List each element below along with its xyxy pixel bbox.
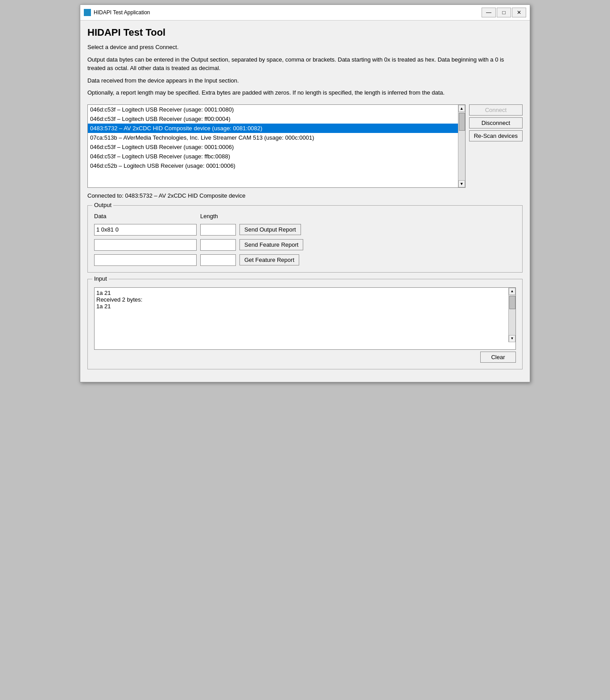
input-scroll-thumb[interactable]	[509, 296, 515, 309]
input-scroll-down[interactable]: ▼	[509, 335, 515, 342]
output-grid: Data Length Send Output Report Send Feat…	[94, 213, 516, 266]
input-scroll-up[interactable]: ▲	[509, 288, 515, 295]
description-4: Optionally, a report length may be speci…	[87, 88, 523, 97]
device-list: 046d:c53f – Logitech USB Receiver (usage…	[88, 105, 458, 187]
list-scroll-track	[458, 112, 465, 180]
output-group-label: Output	[92, 202, 113, 208]
output-data-input-2[interactable]	[94, 239, 197, 251]
list-scroll-up[interactable]: ▲	[458, 105, 465, 112]
data-column-label: Data	[94, 213, 197, 220]
device-list-item[interactable]: 046d:c53f – Logitech USB Receiver (usage…	[88, 105, 458, 114]
maximize-button[interactable]: □	[497, 8, 511, 17]
output-length-input-2[interactable]	[200, 239, 236, 251]
output-data-input-1[interactable]	[94, 224, 197, 236]
clear-button[interactable]: Clear	[480, 352, 516, 363]
output-length-input-3[interactable]	[200, 254, 236, 266]
title-bar: HIDAPI Test Application — □ ✕	[80, 5, 530, 21]
description-1: Select a device and press Connect.	[87, 43, 523, 52]
window-title: HIDAPI Test Application	[94, 9, 150, 16]
list-scrollbar: ▲ ▼	[458, 105, 465, 187]
device-section: 046d:c53f – Logitech USB Receiver (usage…	[87, 104, 523, 188]
input-group: Input 1a 21 Received 2 bytes: 1a 21 ▲ ▼ …	[87, 279, 523, 369]
connection-status: Connected to: 0483:5732 – AV 2xCDC HID C…	[87, 192, 523, 199]
window-controls: — □ ✕	[482, 8, 526, 17]
send-feature-report-button[interactable]: Send Feature Report	[239, 239, 303, 250]
device-buttons: Connect Disconnect Re-Scan devices	[469, 104, 523, 188]
device-list-container: 046d:c53f – Logitech USB Receiver (usage…	[87, 104, 466, 188]
output-group: Output Data Length Send Output Report	[87, 205, 523, 273]
description-3: Data received from the device appears in…	[87, 76, 523, 85]
output-length-input-1[interactable]	[200, 224, 236, 236]
output-row-2: Send Feature Report	[94, 239, 516, 251]
device-list-item[interactable]: 046d:c53f – Logitech USB Receiver (usage…	[88, 114, 458, 124]
input-group-label: Input	[92, 275, 109, 282]
device-list-item[interactable]: 046d:c53f – Logitech USB Receiver (usage…	[88, 142, 458, 152]
device-list-item[interactable]: 046d:c52b – Logitech USB Receiver (usage…	[88, 161, 458, 170]
connect-button[interactable]: Connect	[469, 104, 523, 116]
rescan-button[interactable]: Re-Scan devices	[469, 130, 523, 141]
get-feature-report-button[interactable]: Get Feature Report	[239, 254, 299, 265]
output-labels-row: Data Length	[94, 213, 516, 220]
input-bottom-bar: Clear	[94, 352, 516, 363]
app-icon	[84, 9, 91, 16]
minimize-button[interactable]: —	[482, 8, 496, 17]
close-button[interactable]: ✕	[512, 8, 526, 17]
list-scroll-down[interactable]: ▼	[458, 180, 465, 187]
send-output-report-button[interactable]: Send Output Report	[239, 224, 301, 235]
device-list-item[interactable]: 07ca:513b – AVerMedia Technologies, Inc.…	[88, 133, 458, 142]
description-2: Output data bytes can be entered in the …	[87, 55, 523, 73]
content-area: HIDAPI Test Tool Select a device and pre…	[80, 21, 530, 382]
device-list-item[interactable]: 046d:c53f – Logitech USB Receiver (usage…	[88, 152, 458, 161]
output-data-input-3[interactable]	[94, 254, 197, 266]
input-scrollbar: ▲ ▼	[508, 288, 515, 342]
length-column-label: Length	[200, 213, 236, 220]
input-textarea[interactable]: 1a 21 Received 2 bytes: 1a 21	[95, 288, 508, 349]
device-list-inner: 046d:c53f – Logitech USB Receiver (usage…	[88, 105, 458, 187]
input-scroll-track	[509, 295, 515, 335]
main-window: HIDAPI Test Application — □ ✕ HIDAPI Tes…	[80, 4, 530, 382]
device-list-item[interactable]: 0483:5732 – AV 2xCDC HID Composite devic…	[88, 124, 458, 133]
list-scroll-thumb[interactable]	[459, 113, 465, 131]
input-textarea-container: 1a 21 Received 2 bytes: 1a 21 ▲ ▼	[94, 287, 516, 350]
title-bar-left: HIDAPI Test Application	[84, 9, 150, 16]
device-list-scroll: 046d:c53f – Logitech USB Receiver (usage…	[88, 105, 465, 187]
app-title: HIDAPI Test Tool	[87, 27, 523, 38]
disconnect-button[interactable]: Disconnect	[469, 117, 523, 128]
output-row-1: Send Output Report	[94, 224, 516, 236]
output-row-3: Get Feature Report	[94, 254, 516, 266]
